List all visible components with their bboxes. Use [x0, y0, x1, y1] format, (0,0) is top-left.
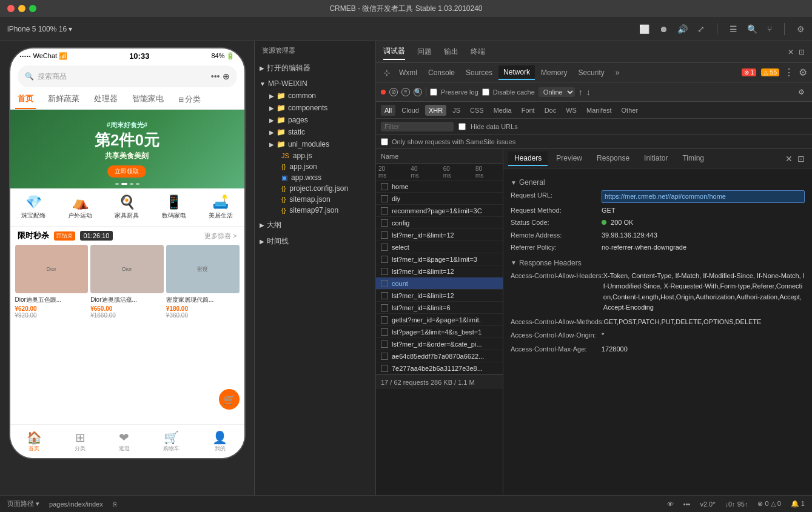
cat-outdoor[interactable]: ⛺ 户外运动	[68, 194, 92, 220]
eye-icon[interactable]: 👁	[667, 500, 674, 508]
filter-media[interactable]: Media	[490, 105, 515, 116]
scan-icon[interactable]: ⊕	[223, 71, 230, 81]
checkbox-lst4[interactable]	[381, 292, 388, 299]
open-editors-header[interactable]: ▶ 打开的编辑器	[255, 61, 375, 75]
cat-furniture[interactable]: 🍳 家具厨具	[115, 194, 139, 220]
checkbox-lstpage[interactable]	[381, 328, 388, 336]
filter-cloud[interactable]: Cloud	[398, 105, 423, 116]
search-network-icon[interactable]: 🔍	[414, 88, 422, 96]
checkbox-diy[interactable]	[381, 195, 388, 202]
more-status-icon[interactable]: •••	[683, 500, 691, 508]
nav-tab-processor[interactable]: 处理器	[92, 90, 120, 109]
tab-wxml[interactable]: Wxml	[394, 66, 422, 79]
tablet-icon[interactable]: ⬜	[639, 24, 649, 34]
disable-cache-checkbox[interactable]	[482, 88, 489, 96]
detail-max-btn[interactable]: ⊡	[797, 154, 805, 164]
folder-uni-modules[interactable]: ▶ 📁 uni_modules	[264, 138, 375, 150]
list-item-lst4[interactable]: lst?mer_id=&limit=12	[376, 290, 503, 302]
flash-more[interactable]: 更多惊喜 >	[204, 231, 237, 241]
req-tab-initiator[interactable]: Initiator	[638, 151, 674, 166]
list-item-lst1[interactable]: lst?mer_id=&limit=12	[376, 229, 503, 241]
tab-memory[interactable]: Memory	[536, 66, 572, 79]
stop-record-btn[interactable]: ⊘	[389, 88, 398, 96]
checkbox-count[interactable]	[381, 280, 388, 287]
nav-tab-smart[interactable]: 智能家电	[130, 90, 166, 109]
list-item-lstorder[interactable]: lst?mer_id=&order=&cate_pi...	[376, 338, 503, 350]
tab-output[interactable]: 输出	[444, 44, 458, 59]
menu-icon[interactable]: ☰	[730, 24, 737, 34]
list-item-home[interactable]: home	[376, 181, 503, 193]
file-sitemap[interactable]: {} sitemap.json	[264, 194, 375, 205]
req-tab-preview[interactable]: Preview	[550, 151, 588, 166]
list-item-lst5[interactable]: lst?mer_id=&limit=6	[376, 302, 503, 314]
product-item-2[interactable]: 密度 密度家居现代简... ¥180.00 ¥360.00	[166, 245, 240, 319]
more-icon[interactable]: •••	[211, 71, 220, 81]
bottom-nav-cart[interactable]: 🛒 购物车	[163, 430, 180, 453]
list-item-count[interactable]: count	[376, 278, 503, 290]
list-item-ae64[interactable]: ae64c85eddf7b7a0870a6622...	[376, 350, 503, 362]
filter-doc[interactable]: Doc	[541, 105, 560, 116]
tab-debugger[interactable]: 调试器	[383, 44, 405, 60]
list-item-recommend[interactable]: recommend?page=1&limit=3C	[376, 205, 503, 217]
devtools-close[interactable]: ✕	[788, 48, 794, 56]
record-icon[interactable]: ⏺	[659, 24, 668, 34]
record-dot[interactable]	[381, 90, 386, 95]
upload-icon[interactable]: ↑	[579, 87, 583, 97]
bottom-nav-profile[interactable]: 👤 我的	[212, 430, 227, 453]
checkbox-getlst[interactable]	[381, 316, 388, 324]
list-item-config[interactable]: config	[376, 217, 503, 229]
tab-security[interactable]: Security	[573, 66, 609, 79]
checkbox-select[interactable]	[381, 244, 388, 251]
tab-terminal[interactable]: 终端	[471, 44, 485, 59]
filter-icon[interactable]: ≡	[401, 88, 410, 96]
cat-home[interactable]: 🛋️ 美居生活	[209, 194, 233, 220]
throttle-select[interactable]: Online	[539, 87, 575, 97]
checkbox-recommend[interactable]	[381, 207, 388, 214]
folder-pages[interactable]: ▶ 📁 pages	[264, 114, 375, 126]
file-appjson[interactable]: {} app.json	[264, 161, 375, 172]
hide-data-urls-checkbox[interactable]	[458, 123, 466, 130]
list-item-select[interactable]: select	[376, 241, 503, 253]
tab-sources[interactable]: Sources	[461, 66, 497, 79]
download-icon[interactable]: ↓	[586, 87, 591, 97]
page-path-label[interactable]: 页面路径 ▾	[7, 499, 39, 508]
devtools-expand[interactable]: ⊡	[799, 48, 805, 56]
bottom-nav-home[interactable]: 🏠 首页	[27, 430, 42, 453]
list-item-diy[interactable]: diy	[376, 193, 503, 205]
maximize-button[interactable]	[29, 5, 36, 12]
search-icon[interactable]: 🔍	[747, 24, 757, 34]
filter-xhr[interactable]: XHR	[425, 105, 446, 116]
filter-input[interactable]	[381, 122, 454, 131]
rotate-icon[interactable]: ⤢	[697, 24, 705, 34]
speaker-icon[interactable]: 🔊	[677, 24, 688, 34]
bottom-nav-category[interactable]: ⊞ 分类	[75, 430, 86, 453]
filter-ws[interactable]: WS	[562, 105, 580, 116]
folder-static[interactable]: ▶ 📁 static	[264, 126, 375, 138]
list-item-7e27[interactable]: 7e277aa4be2b6a31127e3e8...	[376, 362, 503, 374]
filter-font[interactable]: Font	[518, 105, 539, 116]
minimize-button[interactable]	[18, 5, 25, 12]
device-label[interactable]: iPhone 5 100% 16 ▾	[7, 25, 72, 33]
checkbox-config[interactable]	[381, 219, 388, 227]
checkbox-ae64[interactable]	[381, 353, 388, 360]
checkbox-lstorder[interactable]	[381, 341, 388, 348]
req-tab-timing[interactable]: Timing	[676, 151, 710, 166]
filter-manifest[interactable]: Manifest	[583, 105, 616, 116]
compile-icon[interactable]: ⚙	[797, 24, 805, 34]
file-sitemap97[interactable]: {} sitemap97.json	[264, 205, 375, 216]
checkbox-lst2[interactable]	[381, 256, 388, 263]
phone-search-bar[interactable]: 🔍 搜索商品 ••• ⊕	[18, 65, 237, 87]
close-button[interactable]	[7, 5, 15, 12]
folder-components[interactable]: ▶ 📁 components	[264, 102, 375, 114]
cursor-icon[interactable]: ⊹	[381, 67, 393, 79]
bottom-nav-browse[interactable]: ❤ 逛逛	[119, 430, 130, 453]
checkbox-lst5[interactable]	[381, 304, 388, 311]
filter-all[interactable]: All	[381, 105, 395, 116]
list-item-lstpage[interactable]: lst?page=1&limit=4&is_best=1	[376, 326, 503, 338]
filter-js[interactable]: JS	[449, 105, 464, 116]
same-site-checkbox[interactable]	[381, 138, 388, 145]
tab-issues[interactable]: 问题	[417, 44, 432, 59]
req-tab-response[interactable]: Response	[591, 151, 636, 166]
tab-console[interactable]: Console	[423, 66, 460, 79]
preserve-log-checkbox[interactable]	[430, 88, 437, 96]
